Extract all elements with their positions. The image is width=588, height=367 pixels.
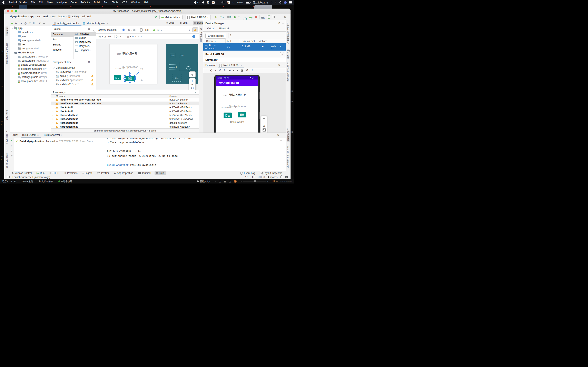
stripe-emulator[interactable]: Emulator <box>287 131 290 142</box>
menu-tools[interactable]: Tools <box>112 1 118 4</box>
design-api-selector[interactable]: 33 <box>156 29 159 31</box>
tab-activity-main-xml[interactable]: activity_main.xml × <box>52 20 81 26</box>
close-detail-button[interactable]: × <box>280 52 284 56</box>
ppt-zoom-out[interactable]: − <box>241 180 242 183</box>
tree-row-proguard[interactable]: proguard-rules.pro (Pr <box>9 67 51 71</box>
col-actions[interactable]: Actions <box>259 40 267 43</box>
canvas-password-field[interactable]: My Application <box>122 66 138 68</box>
menu-code[interactable]: Code <box>70 1 77 4</box>
gear-icon[interactable]: ⚙ <box>278 22 281 25</box>
minimize-icon[interactable]: ─ <box>92 27 94 30</box>
siri-icon[interactable] <box>284 1 287 4</box>
menu-run[interactable]: Run <box>104 1 108 4</box>
ctree-textview3[interactable]: AbtextView3"Hello World!" <box>51 70 96 74</box>
menu-refactor[interactable]: Refactor <box>80 1 90 4</box>
ppt-zoom-in[interactable]: + <box>267 180 268 183</box>
constraint-anchor[interactable] <box>123 77 126 80</box>
line-ending[interactable]: LF <box>252 176 255 179</box>
menu-view[interactable]: View <box>47 1 53 4</box>
notifications-icon[interactable]: ! <box>285 176 288 178</box>
summary-section[interactable]: Summary <box>203 58 286 63</box>
key-c[interactable]: C <box>275 1 277 4</box>
emu-password-field[interactable]: My Application <box>229 105 247 108</box>
tree-row-build-gradle-project[interactable]: build.gradle (Project: M <box>9 55 51 59</box>
blueprint-canvas[interactable]: user yon password 提交 <box>166 44 198 83</box>
create-device-button[interactable]: Create device <box>205 33 226 39</box>
apply-changes-icon[interactable]: ↻ <box>215 16 217 19</box>
breadcrumb-src[interactable]: src <box>37 15 41 18</box>
stripe-device-file-explorer[interactable]: Device File Explorer <box>287 146 289 168</box>
warning-row[interactable]: ›!Use AutofilleditText1 <EditText> <box>51 105 199 109</box>
shield-icon[interactable] <box>202 1 204 4</box>
col-device[interactable]: Device ▼ <box>206 40 216 43</box>
overview-icon[interactable]: ■ <box>237 69 238 71</box>
apply-code-changes-icon[interactable]: ↻A <box>220 16 224 19</box>
scroll-end-icon[interactable]: ↧ <box>280 143 282 146</box>
tw-profiler[interactable]: Profiler <box>95 171 111 175</box>
ctree-constraintlayout[interactable]: ConstraintLayout <box>51 66 96 70</box>
ppt-backup[interactable]: 本地备份开 <box>58 180 72 183</box>
build-result-line[interactable]: ✔ Build MyApplication: finished At 2022/… <box>16 140 93 143</box>
close-icon[interactable]: × <box>78 22 79 25</box>
canvas-user-label[interactable]: user <box>117 53 121 55</box>
locate-file-icon[interactable]: ◎ <box>24 22 26 25</box>
ppt-protection[interactable]: ⊗文档未保护 <box>39 180 53 183</box>
gear-icon[interactable]: ⚙ <box>277 133 279 136</box>
tree-row-gradle-properties[interactable]: gradle.properties (Proj <box>9 71 51 75</box>
bluetooth-icon[interactable]: ᛒ <box>217 1 219 4</box>
sdk-manager-icon[interactable]: ↓ <box>272 15 276 19</box>
tw-version-control[interactable]: Version Control <box>10 171 33 175</box>
tree-row-local-properties[interactable]: local.properties (SDK L <box>9 79 51 83</box>
ppt-beautify[interactable]: 智能美化▴ <box>197 180 210 183</box>
collapse-all-icon[interactable]: ⇊ <box>33 22 35 25</box>
design-surface[interactable]: user 请输入用户名 password My Application 提交 重… <box>96 39 199 90</box>
blueprint-submit-box[interactable]: 提交 <box>172 74 181 82</box>
build-hammer-icon[interactable]: ⚒ <box>154 16 157 19</box>
tree-row-java-generated[interactable]: ›java (generated) <box>9 38 51 42</box>
default-margin-selector[interactable]: 0dp <box>107 35 113 38</box>
filter-icon[interactable]: ◎ <box>11 154 13 157</box>
zoom-100-button[interactable]: 1:1 <box>261 125 267 127</box>
tw-todo[interactable]: ≣TODO <box>48 171 61 175</box>
gradle-sync-icon[interactable]: ↓ <box>261 16 265 19</box>
menu-file[interactable]: File <box>31 1 35 4</box>
tree-row-java[interactable]: ›java <box>9 34 51 38</box>
infer-constraints-icon[interactable]: ✶ <box>120 35 122 38</box>
profile-icon[interactable] <box>243 17 247 20</box>
emu-user-field[interactable]: 请输入用户名 <box>229 92 246 97</box>
target-device-select[interactable]: Pixel 2 API 30 ▼ <box>186 15 211 20</box>
build-console[interactable]: > Task :app:createDebugApkListingFileRed… <box>104 138 286 171</box>
column-source[interactable]: Source <box>169 95 177 97</box>
warning-row[interactable]: ›!Use AutofilleditText2 <EditText> <box>51 109 199 113</box>
stripe-layout-validation[interactable]: Layout Validation <box>287 25 289 44</box>
apple-icon[interactable] <box>2 1 5 4</box>
tree-row-gradle-wrapper[interactable]: gradle-wrapper.proper <box>9 63 51 67</box>
tree-row-res-generated[interactable]: res (generated) <box>9 47 51 50</box>
camera-icon[interactable]: ▣ <box>241 69 243 72</box>
settings-gear-icon[interactable]: ⚙ <box>284 15 286 18</box>
ctree-mima[interactable]: Abmima(Password)! <box>51 74 96 78</box>
zoom-in-button[interactable]: + <box>189 79 195 83</box>
menu-build[interactable]: Build <box>94 1 100 4</box>
warning-row[interactable]: ›!Insufficient text color contrast ratio… <box>51 98 199 101</box>
edit-device-button[interactable]: ✎ <box>274 45 276 48</box>
expand-all-icon[interactable]: ⇵ <box>28 22 31 25</box>
device-row-pixel2[interactable]: P... ● Andro 30 513 MB ▶ ✎ ▼ <box>203 43 286 50</box>
stripe-resource-manager[interactable]: Resource Manager <box>6 43 8 64</box>
debug-icon[interactable] <box>234 16 236 18</box>
palette-item-imageview[interactable]: ImageView <box>73 40 96 44</box>
tab-build-analyzer[interactable]: Build Analyzer× <box>44 133 62 136</box>
tree-row-app[interactable]: ⌄app <box>9 26 51 30</box>
align-icon[interactable]: ⊞ <box>132 35 134 38</box>
palette-category-buttons[interactable]: Buttons <box>51 42 73 47</box>
palette-category-widgets[interactable]: Widgets <box>51 47 73 52</box>
project-view-selector[interactable]: A... <box>15 22 19 25</box>
blueprint-user-box[interactable]: user <box>170 53 175 58</box>
stripe-gradle[interactable]: Gradle <box>287 52 289 59</box>
emu-reset-button[interactable]: 重置 <box>238 112 246 117</box>
ppt-view-sorter-icon[interactable]: ▦ <box>224 180 226 183</box>
encoding[interactable]: UTF-8 <box>258 176 265 179</box>
ppt-zoom-level[interactable]: 111 % <box>272 180 278 183</box>
close-icon[interactable]: × <box>241 64 242 67</box>
close-icon[interactable]: × <box>107 22 108 25</box>
